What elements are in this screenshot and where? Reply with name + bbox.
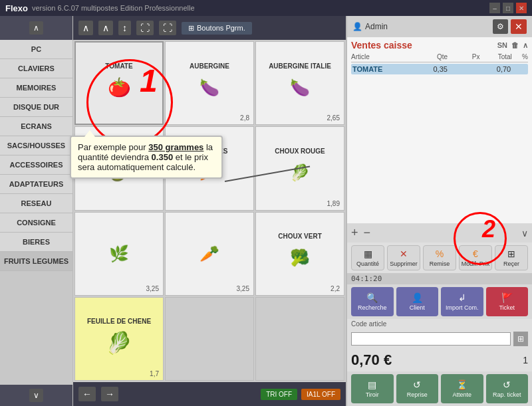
recer-icon: ⊞ — [507, 249, 515, 259]
app-logo: Flexo — [5, 3, 28, 13]
import-com-button[interactable]: ↲ Import Com. — [441, 287, 483, 316]
ventes-caisse-title: Ventes caisse SN 🗑 ∧ — [351, 40, 528, 51]
action-buttons-row: ▦ Quantité ✕ Supprimer % Remise € Modif.… — [347, 243, 532, 273]
left-sidebar: ∧ PC CLAVIERS MEMOIRES DISQUE DUR ECRANS… — [0, 16, 73, 406]
right-panel: 👤 Admin ⚙ ✕ Ventes caisse SN 🗑 ∧ Article… — [346, 16, 532, 406]
product-empty2 — [255, 297, 344, 381]
title-bar: Flexo version 6.C.07 multipostes Edition… — [0, 0, 532, 16]
sidebar-item-bieres[interactable]: BIERES — [0, 233, 72, 252]
delete-icon: ✕ — [400, 249, 408, 259]
nav-swap[interactable]: ↕ — [118, 21, 131, 35]
recer-button[interactable]: ⊞ Reçer — [495, 245, 528, 270]
tiroir-button[interactable]: ▤ Tiroir — [351, 374, 394, 403]
nav-next-button[interactable]: → — [101, 387, 118, 401]
product-feuille-chene[interactable]: FEUILLE DE CHENE 🥬 1,7 — [74, 297, 164, 381]
grid-icon: ⊞ — [188, 24, 194, 33]
product-aubergine-italie[interactable]: AUBERGINE ITALIE 🍆 2,65 — [255, 41, 344, 125]
function-buttons: 🔍 Recherche 👤 Client ↲ Import Com. 🚩 Tic… — [347, 284, 532, 319]
recherche-button[interactable]: 🔍 Recherche — [351, 287, 394, 316]
time-display: 04:1:20 — [347, 273, 532, 284]
rap-ticket-icon: ↺ — [503, 379, 511, 390]
nav-expand1[interactable]: ⛶ — [136, 21, 154, 35]
code-article-input[interactable] — [351, 332, 511, 346]
price-icon: € — [473, 249, 478, 259]
nav-up1[interactable]: ∧ — [78, 21, 93, 35]
sidebar-item-fruits-legumes[interactable]: FRUITS LEGUMES — [0, 252, 72, 271]
right-header: 👤 Admin ⚙ ✕ — [347, 16, 532, 37]
minus-button[interactable]: − — [364, 226, 371, 240]
admin-label-text: Admin — [365, 22, 388, 31]
remise-button[interactable]: % Remise — [423, 245, 456, 270]
reprise-button[interactable]: ↺ Reprise — [396, 374, 439, 403]
client-icon: 👤 — [412, 292, 423, 303]
tri-toggle[interactable]: TRI OFF — [261, 389, 297, 400]
reprise-icon: ↺ — [413, 379, 421, 390]
product-choux-vert[interactable]: CHOUX VERT 🥦 2,2 — [255, 212, 344, 296]
calculator-button[interactable]: ⊞ — [513, 332, 528, 346]
sidebar-item-consigne[interactable]: CONSIGNE — [0, 213, 72, 233]
nav-prev-button[interactable]: ← — [78, 387, 96, 401]
ticket-button[interactable]: 🚩 Ticket — [486, 287, 529, 316]
nav-expand2[interactable]: ⛶ — [159, 21, 176, 35]
maximize-button[interactable]: □ — [503, 3, 513, 13]
tooltip-bubble: Par exemple pour 350 grammes la quantité… — [70, 136, 223, 179]
product-generic2[interactable]: 🥕 3,25 — [165, 212, 254, 296]
scroll-down-left[interactable]: ∨ — [29, 389, 43, 402]
sidebar-item-ecrans[interactable]: ECRANS — [0, 117, 72, 136]
center-area: ∧ ∧ ↕ ⛶ ⛶ ⊞ Boutons Pgrm. TOMATE 🍅 AUBER… — [73, 16, 346, 406]
sidebar-item-disque-dur[interactable]: DISQUE DUR — [0, 98, 72, 117]
quantity-controls-row: + − ∨ — [347, 223, 532, 243]
search-icon: 🔍 — [366, 292, 378, 303]
settings-button[interactable]: ⚙ — [493, 19, 508, 34]
code-article-label: Code article — [347, 319, 532, 329]
tiroir-icon: ▤ — [368, 379, 376, 390]
ventes-table-header: Article Qte Px Total % — [351, 53, 528, 62]
modif-prix-button[interactable]: € Modif. Prix — [459, 245, 492, 270]
price-value: 0,70 € — [351, 352, 392, 369]
sidebar-item-memoires[interactable]: MEMOIRES — [0, 78, 72, 98]
center-bottom-nav: ← → TRI OFF IA1L OFF — [73, 382, 346, 406]
ventes-caisse-section: Ventes caisse SN 🗑 ∧ Article Qte Px Tota… — [347, 37, 532, 223]
scroll-down-icon[interactable]: ∨ — [521, 228, 528, 239]
attente-icon: ⏳ — [456, 379, 467, 390]
minimize-button[interactable]: – — [489, 3, 500, 13]
nav-up2[interactable]: ∧ — [98, 21, 113, 35]
product-grid: TOMATE 🍅 AUBERGINE 🍆 2,8 AUBERGINE ITALI… — [73, 40, 346, 382]
sidebar-item-sacs-housses[interactable]: SACS/HOUSSES — [0, 136, 72, 155]
price-display: 0,70 € 1 — [347, 349, 532, 371]
plus-button[interactable]: + — [351, 226, 358, 240]
attente-button[interactable]: ⏳ Attente — [441, 374, 483, 403]
remise-icon: % — [436, 249, 444, 259]
center-top-nav: ∧ ∧ ↕ ⛶ ⛶ ⊞ Boutons Pgrm. — [73, 16, 346, 40]
client-button[interactable]: 👤 Client — [396, 287, 439, 316]
ia1l-toggle[interactable]: IA1L OFF — [301, 389, 340, 400]
sidebar-item-reseau[interactable]: RESEAU — [0, 194, 72, 213]
sidebar-item-pc[interactable]: PC — [0, 40, 72, 59]
product-tomate[interactable]: TOMATE 🍅 — [74, 41, 164, 125]
ticket-icon: 🚩 — [501, 292, 513, 303]
product-aubergine[interactable]: AUBERGINE 🍆 2,8 — [165, 41, 254, 125]
sidebar-item-claviers[interactable]: CLAVIERS — [0, 59, 72, 78]
boutons-pgrm-button[interactable]: ⊞ Boutons Pgrm. — [182, 22, 252, 35]
close-button[interactable]: ✕ — [516, 3, 527, 13]
sidebar-item-adaptateurs[interactable]: ADAPTATEURS — [0, 175, 72, 194]
product-generic1[interactable]: 🌿 3,25 — [74, 212, 164, 296]
rap-ticket-button[interactable]: ↺ Rap. ticket — [486, 374, 529, 403]
app-version: version 6.C.07 multipostes Edition Profe… — [32, 4, 195, 12]
right-close-button[interactable]: ✕ — [511, 19, 527, 34]
user-icon: 👤 — [352, 22, 362, 31]
quantite-button[interactable]: ▦ Quantité — [351, 245, 384, 270]
sidebar-item-accessoires[interactable]: ACCESSOIRES — [0, 155, 72, 175]
quantite-icon: ▦ — [364, 249, 372, 259]
bottom-function-buttons: ▤ Tiroir ↺ Reprise ⏳ Attente ↺ Rap. tick… — [347, 371, 532, 406]
product-empty1 — [165, 297, 254, 381]
code-article-row: ⊞ — [347, 329, 532, 349]
scroll-up-left[interactable]: ∧ — [29, 21, 43, 35]
import-icon: ↲ — [458, 292, 466, 303]
ventes-row-tomate[interactable]: TOMATE 0,35 0,70 — [351, 64, 528, 74]
price-count: 1 — [523, 355, 528, 365]
supprimer-button[interactable]: ✕ Supprimer — [387, 245, 420, 270]
